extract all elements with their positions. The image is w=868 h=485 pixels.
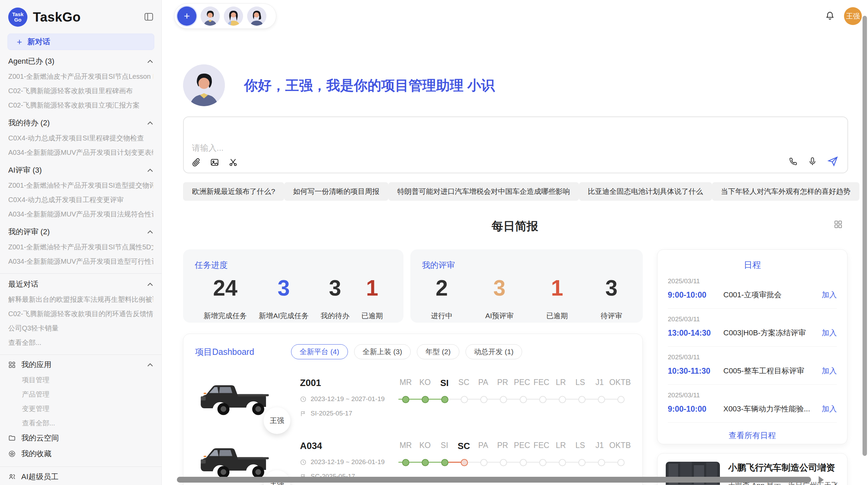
- sidebar-item[interactable]: Z001-全新燃油轻卡产品开发项目SI节点属性5D文件评审: [8, 240, 153, 254]
- recent-chat-item[interactable]: C02-飞腾新能源轻客改款项目的闭环通告反馈情况: [8, 307, 153, 321]
- milestone-dot-pec: [520, 396, 527, 403]
- hero: 你好，王强，我是你的项目管理助理 小识: [183, 64, 848, 106]
- vertical-scrollbar[interactable]: [863, 16, 867, 456]
- input-actions: [788, 156, 839, 167]
- scissors-icon[interactable]: [228, 158, 238, 167]
- scroll-down-arrow[interactable]: [816, 465, 823, 470]
- stat-card-my-review: 我的评审 2 进行中 3 AI预评审 1: [410, 249, 643, 323]
- suggestion-chip[interactable]: 当下年轻人对汽车外观有怎样的喜好趋势: [712, 182, 859, 201]
- app-link-change-mgmt[interactable]: 变更管理: [0, 401, 161, 416]
- milestone-dot-pec: [520, 459, 527, 466]
- sidebar-item-ai-super-staff[interactable]: AI超级员工: [0, 469, 161, 485]
- sidebar-item[interactable]: C0X4-动力总成开发项目工程变更评审: [8, 192, 153, 207]
- metric-value: 3: [321, 275, 349, 301]
- sidebar-section-header-agent-done[interactable]: Agent已办 (3): [8, 53, 153, 69]
- topbar: + 王强: [162, 0, 868, 29]
- send-icon[interactable]: [827, 156, 839, 167]
- briefing-left-column: 任务进度 24 新增完成任务 3 新增AI完成任务 3: [183, 249, 643, 485]
- join-link[interactable]: 加入: [822, 328, 837, 338]
- scroll-right-arrow[interactable]: [819, 476, 824, 484]
- horizontal-scrollbar[interactable]: [177, 477, 811, 483]
- divider: [0, 467, 161, 467]
- paperclip-icon[interactable]: [191, 158, 201, 167]
- apps-grid-icon: [8, 361, 16, 369]
- sidebar-section-header-my-todo[interactable]: 我的待办 (2): [8, 115, 153, 131]
- section-title: AI评审 (3): [8, 165, 42, 175]
- schedule-meeting-title: C003|H0B-方案冻结评审: [723, 328, 818, 338]
- project-row[interactable]: 王强 Z001 2023-12-19 ~ 2027-01-19 SI-2025-…: [195, 378, 631, 419]
- milestone-dot-j1: [598, 396, 605, 403]
- milestone-label-pec: PEC: [512, 378, 532, 388]
- microphone-icon[interactable]: [808, 157, 817, 166]
- sidebar-section-header-my-review[interactable]: 我的评审 (2): [8, 224, 153, 240]
- sidebar-section-agent-done: Agent已办 (3) Z001-全新燃油皮卡产品开发项目SI节点Lesson …: [0, 53, 161, 112]
- tab-all-new-body[interactable]: 全新上装 (3): [354, 344, 411, 359]
- schedule-card: 日程 2025/03/11 9:00-10:00 C001-立项审批会 加入 2…: [657, 249, 847, 444]
- app-link-project-mgmt[interactable]: 项目管理: [0, 373, 161, 387]
- app-link-view-all[interactable]: 查看全部...: [0, 416, 161, 430]
- user-avatar[interactable]: 王强: [844, 7, 862, 25]
- recent-view-all[interactable]: 查看全部...: [8, 335, 153, 350]
- recent-chat-item[interactable]: 公司Q3轻卡销量: [8, 321, 153, 335]
- sidebar-item[interactable]: Z001-全新燃油轻卡产品开发项目SI造型提交物评审: [8, 178, 153, 192]
- milestone-label-pa: PA: [473, 378, 493, 388]
- add-agent-button[interactable]: +: [177, 7, 196, 26]
- new-chat-button[interactable]: + 新对话: [8, 34, 154, 50]
- schedule-date: 2025/03/11: [668, 315, 837, 323]
- suggestion-chip[interactable]: 欧洲新规最近颁布了什么?: [183, 182, 284, 201]
- image-icon[interactable]: [210, 158, 219, 167]
- sidebar-item-favorites[interactable]: 我的收藏: [0, 446, 161, 462]
- suggestion-chip[interactable]: 比亚迪全固态电池计划具体说了什么: [579, 182, 712, 201]
- bell-icon[interactable]: [825, 10, 835, 22]
- project-info: Z001 2023-12-19 ~ 2027-01-19 SI-2025-05-…: [284, 378, 394, 417]
- sidebar-item[interactable]: C0X4-动力总成开发项目SI里程碑提交物检查: [8, 131, 153, 145]
- people-icon: [8, 473, 16, 481]
- schedule-time: 10:30-11:30: [668, 366, 723, 376]
- metric-label: 新增AI完成任务: [259, 311, 309, 321]
- tab-powertrain-dev[interactable]: 动总开发 (1): [466, 344, 522, 359]
- schedule-meeting-title: X003-车辆动力学性能验...: [723, 404, 818, 414]
- join-link[interactable]: 加入: [822, 366, 837, 376]
- sidebar-item[interactable]: C02-飞腾新能源轻客改款项目立项汇报方案: [8, 98, 153, 112]
- view-all-schedule-link[interactable]: 查看所有日程: [668, 423, 837, 441]
- phone-icon[interactable]: [788, 157, 798, 166]
- sidebar-section-header-ai-review[interactable]: AI评审 (3): [8, 162, 153, 178]
- sidebar-section-header-recent[interactable]: 最近对话: [8, 276, 153, 292]
- suggestion-chip[interactable]: 特朗普可能对进口汽车增税会对中国车企造成哪些影响: [388, 182, 579, 201]
- tab-year-model[interactable]: 年型 (2): [417, 344, 459, 359]
- milestone-dot-mr: [402, 459, 409, 466]
- metric-label: 我的待办: [321, 311, 349, 321]
- sidebar-collapse-button[interactable]: [144, 12, 154, 23]
- join-link[interactable]: 加入: [822, 404, 837, 414]
- join-link[interactable]: 加入: [822, 290, 837, 300]
- dashboard-tabs: 全新平台 (4) 全新上装 (3) 年型 (2) 动总开发 (1): [291, 344, 522, 359]
- agent-avatar-2[interactable]: [224, 7, 243, 26]
- milestone-dot-mr: [402, 396, 409, 403]
- sidebar-item[interactable]: C02-飞腾新能源轻客改款项目里程碑画布: [8, 84, 153, 98]
- milestone-dot-pa: [480, 459, 487, 466]
- chat-input-box[interactable]: 请输入...: [183, 116, 848, 173]
- main-area: + 王强 你好，王强，我是你的: [162, 0, 868, 485]
- suggestion-chip[interactable]: 如何写一份清晰的项目周报: [284, 182, 388, 201]
- milestone-label-mr: MR: [396, 441, 415, 451]
- favorites-label: 我的收藏: [21, 449, 51, 459]
- sidebar-item[interactable]: A034-全新新能源MUV产品开发项目造型可行性评审: [8, 254, 153, 269]
- layout-grid-icon[interactable]: [834, 220, 843, 230]
- tab-all-new-platform[interactable]: 全新平台 (4): [291, 344, 348, 359]
- metric-value: 24: [204, 275, 247, 301]
- recent-chat-item[interactable]: 解释最新出台的欧盟报废车法规再生塑料比例被调至15%...: [8, 292, 153, 307]
- agent-avatar-1[interactable]: [201, 7, 220, 26]
- schedule-item: 2025/03/11 9:00-10:00 C001-立项审批会 加入: [668, 271, 837, 309]
- project-row[interactable]: 王强 A034 2023-12-19 ~ 2026-01-19 SC-2025-…: [195, 441, 631, 482]
- section-title: Agent已办 (3): [8, 56, 55, 66]
- schedule-meeting-title: C005-整车工程目标评审: [723, 366, 818, 376]
- sidebar-item[interactable]: A034-全新新能源MUV产品开发项目法规符合性评审: [8, 207, 153, 221]
- sidebar-item-cloud-space[interactable]: 我的云空间: [0, 430, 161, 446]
- app-link-product-mgmt[interactable]: 产品管理: [0, 387, 161, 401]
- sidebar-item[interactable]: Z001-全新燃油皮卡产品开发项目SI节点Lesson Learn报告: [8, 69, 153, 84]
- metric: 3 待评审: [601, 275, 622, 321]
- sidebar-item[interactable]: A034-全新新能源MUV产品开发项目计划变更表编写: [8, 145, 153, 160]
- milestone-label-mr: MR: [396, 378, 415, 388]
- sidebar-item-my-apps[interactable]: 我的应用: [0, 357, 161, 373]
- agent-avatar-3[interactable]: [247, 7, 266, 26]
